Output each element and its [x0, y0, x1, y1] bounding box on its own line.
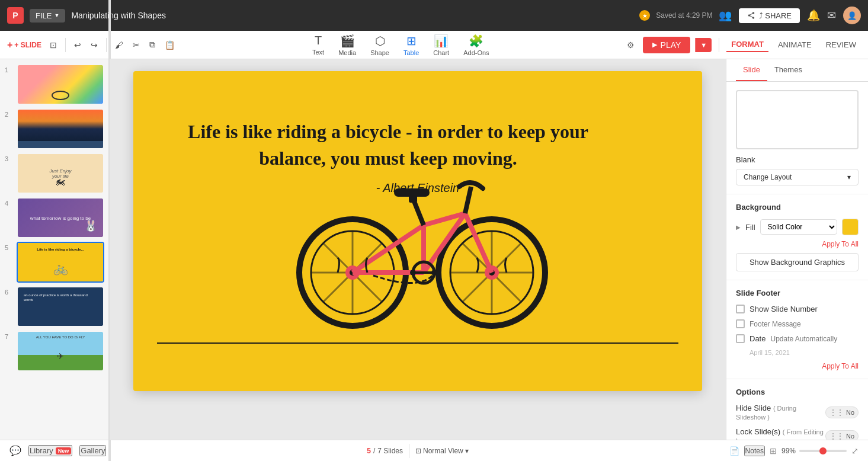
view-selector[interactable]: ⊡ Normal View ▾ — [415, 447, 469, 455]
apply-to-all-link[interactable]: Apply To All — [736, 240, 859, 248]
text-icon: T — [315, 34, 322, 47]
slide-image-6[interactable]: an ounce of practice is worth a thousand… — [17, 286, 104, 327]
slide-num-4: 4 — [5, 200, 13, 207]
lock-slides-toggle[interactable]: ⋮⋮ No — [825, 430, 859, 440]
table-label: Table — [403, 49, 419, 56]
change-layout-button[interactable]: Change Layout ▾ — [736, 169, 859, 185]
slide-thumb-3[interactable]: 3 Just Enjoyyour life 🏍 — [5, 153, 104, 194]
tab-animate[interactable]: ANIMATE — [773, 38, 816, 52]
right-panel: Slide Themes Blank Change Layout ▾ Backg… — [726, 59, 868, 440]
file-menu-button[interactable]: FILE — [30, 9, 65, 23]
settings-icon[interactable]: ⚙ — [623, 38, 638, 52]
hide-slide-label: Hide Slide ( During Slideshow ) — [736, 404, 825, 421]
toolbar: + SLIDE ⊡ ↩ ↪ 🖌 ✂ ⧉ 📋 T Text 🎬 Media ⬡ S… — [0, 31, 868, 59]
save-status: Saved at 4:29 PM — [656, 11, 712, 20]
slide-image-3[interactable]: Just Enjoyyour life 🏍 — [17, 153, 104, 194]
paint-format-button[interactable]: 🖌 — [111, 38, 127, 52]
tab-slide[interactable]: Slide — [736, 59, 767, 81]
tab-themes[interactable]: Themes — [767, 59, 809, 81]
undo-button[interactable]: ↩ — [71, 38, 85, 52]
fill-color-picker[interactable] — [842, 219, 859, 235]
grid-view-icon[interactable]: ⊞ — [770, 446, 777, 456]
hide-slide-toggle[interactable]: ⋮⋮ No — [825, 406, 859, 418]
avatar[interactable]: 👤 — [843, 7, 861, 24]
bell-icon[interactable]: 🔔 — [807, 9, 820, 22]
divider-1 — [65, 38, 66, 52]
toolbar-center: T Text 🎬 Media ⬡ Shape ⊞ Table 📊 Chart 🧩 — [181, 31, 621, 59]
bottom-center: 5 / 7 Slides ⊡ Normal View ▾ — [367, 444, 469, 458]
background-title: Background — [736, 203, 859, 212]
hide-slide-row: Hide Slide ( During Slideshow ) ⋮⋮ No — [736, 404, 859, 421]
slide-bottom-line — [157, 342, 678, 344]
svg-line-17 — [465, 187, 471, 213]
zoom-control: 99% — [781, 447, 847, 455]
date-checkbox[interactable] — [736, 334, 745, 343]
slide-thumb-4[interactable]: 4 what tomorrow is going to be 🐰 — [5, 197, 104, 238]
slide-thumb-1[interactable]: 1 — [5, 64, 104, 105]
paste-button[interactable]: 📋 — [161, 38, 178, 52]
slide-layout-button[interactable]: ⊡ — [46, 38, 60, 52]
toolbar-right: ⚙ PLAY ▼ FORMAT ANIMATE REVIEW — [623, 37, 861, 53]
slide-divider: / — [373, 447, 375, 455]
footer-message-checkbox[interactable] — [736, 319, 745, 328]
slide-thumb-5[interactable]: 5 Life is like riding a bicycle... 🚲 — [5, 242, 104, 283]
share-button[interactable]: ⤴ SHARE — [739, 8, 800, 23]
slide-num-1: 1 — [5, 66, 13, 73]
slide-image-5[interactable]: Life is like riding a bicycle... 🚲 — [17, 242, 104, 283]
play-dropdown-button[interactable]: ▼ — [695, 38, 712, 52]
shape-label: Shape — [370, 49, 389, 56]
shape-tool[interactable]: ⬡ Shape — [364, 31, 395, 59]
show-slide-number-label: Show Slide Number — [750, 305, 818, 313]
media-tool[interactable]: 🎬 Media — [332, 31, 362, 59]
footer-message-row — [736, 319, 859, 328]
slide-num-5: 5 — [5, 244, 13, 251]
table-tool[interactable]: ⊞ Table — [398, 31, 425, 59]
show-slide-number-checkbox[interactable] — [736, 305, 745, 313]
slide-num-7: 7 — [5, 333, 13, 340]
apply-footer-link[interactable]: Apply To All — [736, 362, 859, 370]
save-badge: ★ — [639, 10, 650, 21]
copy-button[interactable]: ⧉ — [146, 37, 159, 52]
slide-thumb-2[interactable]: 2 — [5, 108, 104, 149]
layout-title: Blank — [736, 155, 859, 164]
text-tool[interactable]: T Text — [306, 31, 330, 58]
chart-tool[interactable]: 📊 Chart — [427, 31, 455, 59]
redo-button[interactable]: ↪ — [87, 38, 101, 52]
chat-icon[interactable]: 💬 — [9, 445, 21, 456]
slide-image-2[interactable] — [17, 108, 104, 149]
fill-expand-icon[interactable]: ▶ — [736, 224, 741, 230]
play-button[interactable]: PLAY — [643, 37, 691, 53]
slide-canvas[interactable]: Life is like riding a bicycle - in order… — [133, 71, 702, 391]
collaborators-icon[interactable]: 👥 — [719, 9, 732, 22]
library-button[interactable]: Library New — [28, 445, 72, 456]
show-background-graphics-button[interactable]: Show Background Graphics — [736, 253, 859, 271]
slide-thumb-6[interactable]: 6 an ounce of practice is worth a thousa… — [5, 286, 104, 327]
addons-tool[interactable]: 🧩 Add-Ons — [457, 31, 495, 59]
footer-message-input[interactable] — [750, 320, 859, 328]
slide-num-3: 3 — [5, 155, 13, 162]
slide-image-7[interactable]: ALL YOU HAVE TO DO IS FLY ✈ — [17, 331, 104, 372]
slide-thumb-7[interactable]: 7 ALL YOU HAVE TO DO IS FLY ✈ — [5, 331, 104, 372]
zoom-slider[interactable] — [799, 450, 847, 452]
gallery-button[interactable]: Gallery — [79, 445, 106, 456]
notifications-icon[interactable]: ✉ — [827, 9, 836, 22]
zoom-fit-icon[interactable]: ⤢ — [851, 446, 859, 456]
divider-3 — [719, 38, 719, 52]
notes-button[interactable]: Notes — [744, 446, 765, 456]
slide-image-4[interactable]: what tomorrow is going to be 🐰 — [17, 197, 104, 238]
layout-section: Blank Change Layout ▾ — [726, 82, 868, 194]
slide-image-1[interactable] — [17, 64, 104, 105]
date-auto-input[interactable] — [770, 335, 859, 343]
fill-type-select[interactable]: Solid Color — [760, 219, 837, 235]
main-content: 1 2 3 — [0, 59, 868, 440]
text-label: Text — [312, 49, 324, 56]
fill-label: Fill — [745, 223, 755, 232]
toolbar-left: + SLIDE ⊡ ↩ ↪ 🖌 ✂ ⧉ 📋 — [7, 37, 178, 52]
date-value: April 15, 2021 — [750, 349, 859, 356]
slide-num-2: 2 — [5, 111, 13, 118]
cut-button[interactable]: ✂ — [129, 38, 143, 52]
tab-format[interactable]: FORMAT — [726, 37, 768, 52]
options-section: Options Hide Slide ( During Slideshow ) … — [726, 379, 868, 440]
tab-review[interactable]: REVIEW — [821, 38, 861, 52]
slide-add-button[interactable]: + SLIDE — [7, 40, 41, 50]
